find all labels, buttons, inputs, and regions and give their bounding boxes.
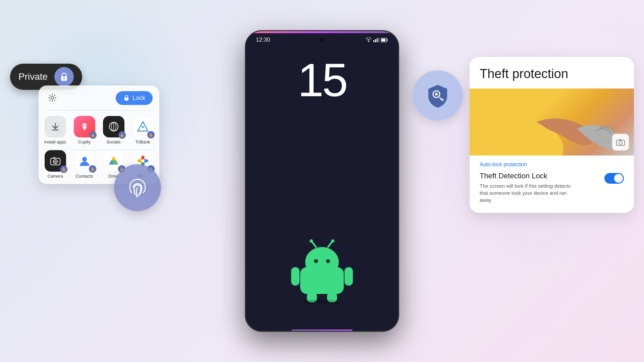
svg-rect-3 — [124, 98, 128, 101]
contacts-icon: 🔒 — [74, 150, 95, 172]
app-label-cupify: Cupify — [78, 139, 91, 144]
app-label-install: Install apps — [44, 139, 66, 144]
svg-point-8 — [83, 125, 84, 126]
android-mascot — [288, 237, 356, 304]
wifi-icon — [365, 38, 372, 42]
svg-line-46 — [312, 242, 316, 247]
svg-rect-50 — [291, 267, 300, 286]
phone-time: 12:30 — [256, 37, 270, 43]
svg-rect-41 — [381, 39, 385, 41]
contacts-private-badge: 🔒 — [89, 165, 96, 173]
app-item-install[interactable]: Install apps — [42, 116, 68, 144]
svg-point-35 — [368, 41, 369, 42]
svg-rect-36 — [373, 40, 374, 42]
svg-point-43 — [305, 247, 339, 277]
private-lock-circle — [54, 67, 74, 86]
theft-card-title: Theft protection — [470, 57, 634, 88]
theft-detection-row: Theft Detection Lock The screen will loc… — [480, 172, 624, 203]
svg-point-20 — [54, 161, 56, 163]
app-label-camera: Camera — [47, 174, 63, 179]
svg-point-2 — [51, 97, 54, 99]
camera-icon: 🔒 — [45, 150, 66, 172]
svg-point-62 — [619, 141, 622, 144]
svg-point-45 — [326, 259, 330, 263]
gear-button[interactable] — [45, 91, 59, 105]
lock-button[interactable]: Lock — [116, 91, 153, 105]
socials-icon: 🔒 — [103, 116, 124, 137]
battery-icon — [381, 38, 388, 42]
toggle-check-icon: ✓ — [617, 176, 621, 181]
app-item-camera[interactable]: 🔒 Camera — [42, 150, 68, 179]
app-item-contacts[interactable]: 🔒 Contacts — [71, 150, 98, 179]
tribank-icon: 🔒 — [132, 116, 154, 137]
lock-icon — [59, 72, 69, 82]
shield-key-icon — [424, 82, 451, 109]
phone-notch — [320, 37, 324, 42]
fingerprint-bubble — [114, 164, 161, 211]
svg-point-23 — [82, 157, 87, 162]
lock-button-label: Lock — [132, 95, 145, 102]
svg-line-48 — [328, 242, 332, 247]
phone-status-bar: 12:30 — [246, 31, 398, 43]
app-grid-row1: Install apps 🔒 Cupify — [39, 111, 159, 150]
theft-card-body: Auto-lock protection Theft Detection Loc… — [470, 156, 634, 213]
app-label-contacts: Contacts — [76, 174, 93, 179]
svg-rect-51 — [344, 267, 353, 286]
drive-icon: 🔒 — [103, 150, 124, 172]
svg-rect-39 — [378, 38, 379, 42]
app-label-tribank: TriBank — [135, 139, 150, 144]
svg-point-1 — [63, 78, 65, 79]
shield-bubble — [413, 70, 463, 121]
svg-point-34 — [141, 159, 145, 163]
theft-detection-toggle[interactable]: ✓ — [604, 173, 624, 184]
cupify-private-badge: 🔒 — [89, 131, 97, 139]
theft-protection-card: Theft protection Auto-lock protection — [470, 57, 634, 213]
tribank-private-badge: 🔒 — [147, 131, 155, 138]
svg-point-9 — [85, 125, 87, 126]
cupify-icon: 🔒 — [74, 116, 95, 137]
svg-rect-38 — [377, 38, 378, 42]
theft-detection-title: Theft Detection Lock — [480, 172, 574, 180]
theft-image-camera-icon — [612, 134, 629, 150]
app-item-socials[interactable]: 🔒 Socials — [100, 116, 127, 144]
camera-private-badge: 🔒 — [60, 166, 67, 173]
drawer-top-bar: Lock — [39, 85, 159, 110]
phone-frame: 12:30 — [245, 30, 399, 332]
svg-point-56 — [435, 93, 438, 96]
app-item-cupify[interactable]: 🔒 Cupify — [71, 116, 98, 144]
svg-rect-63 — [619, 139, 621, 140]
theft-detection-desc: The screen will lock if this setting det… — [480, 182, 574, 203]
svg-point-47 — [310, 239, 313, 243]
install-apps-icon — [45, 116, 66, 137]
signal-icon — [373, 38, 379, 42]
svg-point-16 — [142, 126, 144, 128]
app-item-tribank[interactable]: 🔒 TriBank — [129, 116, 156, 144]
svg-rect-21 — [53, 157, 55, 159]
svg-point-44 — [314, 259, 318, 263]
socials-private-badge: 🔒 — [118, 131, 126, 139]
private-label: Private — [18, 71, 48, 82]
svg-point-49 — [331, 239, 334, 243]
phone-wrapper: 12:30 — [245, 30, 399, 332]
theft-detection-text: Theft Detection Lock The screen will loc… — [480, 172, 574, 203]
svg-rect-37 — [375, 39, 376, 42]
fingerprint-icon — [126, 176, 149, 199]
theft-card-image — [470, 88, 634, 156]
status-icons — [365, 38, 388, 42]
app-label-socials: Socials — [107, 139, 121, 144]
auto-lock-label: Auto-lock protection — [480, 162, 624, 168]
phone-date-number: 15 — [246, 57, 398, 104]
